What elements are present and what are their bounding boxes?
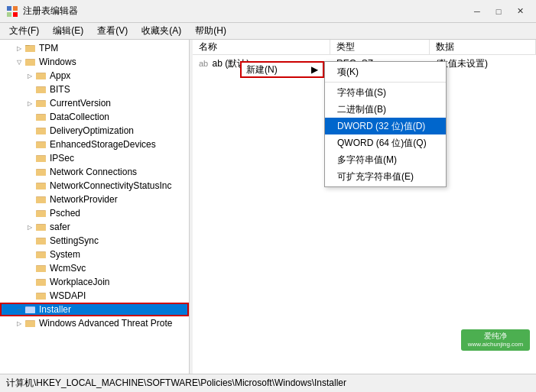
submenu-separator	[325, 82, 446, 83]
submenu-item-label: DWORD (32 位)值(D)	[337, 120, 425, 133]
tree-label: WorkplaceJoin	[50, 277, 109, 287]
folder-icon	[35, 70, 47, 82]
tree-item-wsdapi[interactable]: WSDAPI	[0, 289, 189, 303]
tree-item-networkconnections[interactable]: Network Connections	[0, 165, 189, 179]
svg-rect-40	[36, 280, 46, 286]
expand-icon: ▷	[14, 318, 24, 329]
expand-icon: ▽	[14, 57, 24, 67]
menu-favorites[interactable]: 收藏夹(A)	[135, 23, 187, 39]
tree-label: Windows Advanced Threat Prote	[39, 318, 173, 329]
folder-icon	[35, 235, 47, 247]
tree-item-appx[interactable]: ▷ Appx	[0, 69, 189, 83]
watermark-line1: 爱纯净	[468, 332, 523, 341]
submenu-item-xiang[interactable]: 项(K)	[325, 63, 446, 80]
tree-item-networkconnectivitystatusinc[interactable]: NetworkConnectivityStatusInc	[0, 179, 189, 193]
expand-icon	[24, 139, 35, 150]
col-header-data: 数据	[430, 40, 536, 55]
title-bar: 注册表编辑器 ─ □ ✕	[0, 0, 536, 23]
svg-rect-28	[36, 197, 46, 203]
tree-label: System	[50, 249, 80, 260]
svg-rect-20	[36, 142, 46, 148]
tree-label: DataCollection	[50, 112, 109, 122]
submenu-item-expandstring[interactable]: 可扩充字符串值(E)	[325, 168, 446, 185]
tree-item-wcmsvc[interactable]: WcmSvc	[0, 261, 189, 275]
expand-icon	[24, 208, 35, 219]
app-icon	[6, 5, 18, 18]
tree-item-deliveryoptimization[interactable]: DeliveryOptimization	[0, 124, 189, 138]
close-button[interactable]: ✕	[510, 4, 530, 19]
folder-icon	[35, 83, 47, 96]
tree-item-enhancedstoragedevices[interactable]: EnhancedStorageDevices	[0, 138, 189, 151]
submenu-item-string[interactable]: 字符串值(S)	[325, 84, 446, 101]
svg-rect-0	[7, 6, 11, 11]
folder-icon	[35, 290, 47, 302]
title-bar-left: 注册表编辑器	[6, 5, 78, 18]
submenu-item-label: 项(K)	[337, 66, 359, 79]
menu-bar: 文件(F) 编辑(E) 查看(V) 收藏夹(A) 帮助(H)	[0, 23, 536, 40]
tree-item-datacollection[interactable]: DataCollection	[0, 110, 189, 124]
tree-item-workplacejoin[interactable]: WorkplaceJoin	[0, 275, 189, 289]
tree-label: DeliveryOptimization	[50, 125, 134, 136]
folder-icon	[24, 303, 37, 316]
folder-icon	[24, 42, 37, 54]
folder-icon	[35, 193, 47, 206]
title-controls: ─ □ ✕	[467, 4, 530, 19]
tree-label: WcmSvc	[50, 263, 86, 274]
submenu-item-dword[interactable]: DWORD (32 位)值(D)	[325, 118, 446, 134]
folder-icon	[35, 152, 47, 164]
folder-icon	[24, 56, 37, 68]
submenu-item-label: 字符串值(S)	[337, 86, 386, 99]
expand-icon: ▷	[24, 70, 35, 81]
tree-label: EnhancedStorageDevices	[50, 139, 156, 150]
svg-rect-46	[25, 321, 35, 327]
submenu-item-multistring[interactable]: 多字符串值(M)	[325, 151, 446, 168]
menu-edit[interactable]: 编辑(E)	[47, 23, 89, 39]
tree-item-windows[interactable]: ▽ Windows	[0, 55, 189, 69]
svg-rect-16	[36, 115, 46, 121]
folder-icon	[35, 207, 47, 219]
svg-rect-3	[13, 12, 18, 17]
svg-rect-18	[36, 128, 46, 134]
tree-item-system[interactable]: System	[0, 248, 189, 261]
tree-item-windowsadvancedthreatprote[interactable]: ▷ Windows Advanced Threat Prote	[0, 316, 189, 330]
tree-label: Appx	[50, 70, 70, 81]
tree-item-installer[interactable]: ─ Installer	[0, 303, 189, 316]
tree-scroll[interactable]: ▷ TPM ▽ Windows ▷ Appx	[0, 40, 189, 374]
tree-item-ipsec[interactable]: IPSec	[0, 151, 189, 165]
submenu-item-label: 多字符串值(M)	[337, 154, 397, 167]
menu-help[interactable]: 帮助(H)	[189, 23, 232, 39]
svg-rect-10	[36, 73, 46, 79]
submenu-item-label: QWORD (64 位)值(Q)	[337, 137, 427, 150]
tree-item-bits[interactable]: BITS	[0, 83, 189, 96]
tree-item-tpm[interactable]: ▷ TPM	[0, 41, 189, 55]
maximize-button[interactable]: □	[489, 4, 508, 19]
tree-label: safer	[50, 222, 70, 232]
folder-icon	[35, 111, 47, 123]
new-button[interactable]: 新建(N) ▶	[240, 61, 324, 78]
svg-rect-30	[36, 211, 46, 217]
expand-icon: ▷	[14, 43, 24, 53]
expand-icon: ▷	[24, 222, 35, 232]
tree-item-safer[interactable]: ▷ safer	[0, 220, 189, 234]
tree-item-settingsync[interactable]: SettingSync	[0, 234, 189, 248]
watermark-line2: www.aichunjing.com	[468, 341, 523, 348]
tree-label: Psched	[50, 208, 80, 219]
menu-view[interactable]: 查看(V)	[91, 23, 134, 39]
tree-label: SettingSync	[50, 235, 99, 246]
tree-item-psched[interactable]: Psched	[0, 206, 189, 220]
submenu-item-qword[interactable]: QWORD (64 位)值(Q)	[325, 134, 446, 151]
expand-icon	[24, 153, 35, 164]
tree-item-currentversion[interactable]: ▷ CurrentVersion	[0, 96, 189, 110]
expand-icon	[24, 263, 35, 274]
svg-rect-1	[13, 6, 18, 11]
status-text: 计算机\HKEY_LOCAL_MACHINE\SOFTWARE\Policies…	[6, 377, 346, 390]
svg-rect-12	[36, 87, 46, 93]
expand-icon	[24, 249, 35, 260]
expand-icon	[24, 180, 35, 191]
menu-file[interactable]: 文件(F)	[3, 23, 45, 39]
tree-label: IPSec	[50, 153, 74, 164]
submenu-item-binary[interactable]: 二进制值(B)	[325, 101, 446, 118]
tree-item-networkprovider[interactable]: NetworkProvider	[0, 193, 189, 206]
tree-label: Network Connections	[50, 167, 137, 177]
minimize-button[interactable]: ─	[467, 4, 487, 19]
